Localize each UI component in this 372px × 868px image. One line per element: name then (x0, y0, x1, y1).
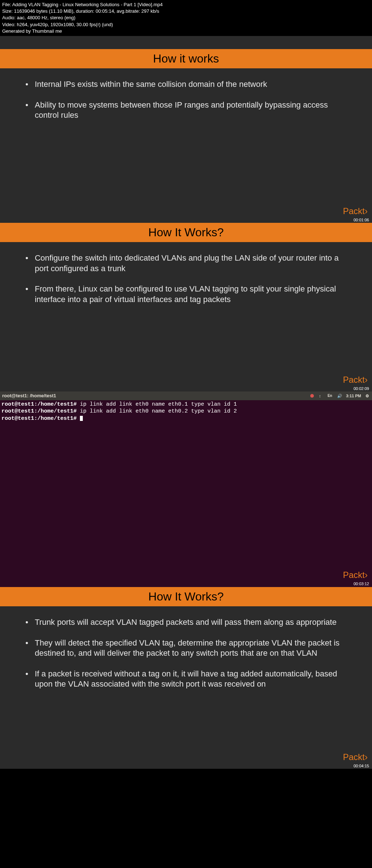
bullet-text: Ability to move systems between those IP… (35, 100, 347, 121)
thumbnail-timestamp: 00:01:06 (353, 218, 369, 222)
bullet-item: • Trunk ports will accept VLAN tagged pa… (25, 617, 347, 628)
packt-logo: Packt› (343, 569, 368, 580)
thumbnail-timestamp: 00:03:12 (353, 581, 369, 586)
bullet-icon: • (25, 638, 28, 659)
bullet-item: • They will detect the specified VLAN ta… (25, 638, 347, 659)
bullet-icon: • (25, 284, 28, 305)
bullet-icon: • (25, 79, 28, 90)
thumbnail-slide-2: How It Works? • Configure the switch int… (0, 223, 372, 391)
thumbnail-slide-3: root@test1: /home/test1 ↕ En 🔊 3:11 PM ⚙… (0, 391, 372, 587)
bullet-text: From there, Linux can be configured to u… (35, 284, 347, 305)
slide-title: How It Works? (0, 587, 372, 606)
bullet-item: • Ability to move systems between those … (25, 100, 347, 121)
bullet-text: Configure the switch into dedicated VLAN… (35, 253, 347, 274)
slide-title: How it works (0, 49, 372, 68)
bullet-icon: • (25, 617, 28, 628)
clock: 3:11 PM (346, 394, 361, 398)
terminal-prompt: root@test1:/home/test1# (1, 415, 77, 422)
bullet-icon: • (25, 253, 28, 274)
bullet-text: Trunk ports will accept VLAN tagged pack… (35, 617, 337, 628)
system-tray: ↕ En 🔊 3:11 PM ⚙ (310, 393, 370, 398)
terminal-line: root@test1:/home/test1# (1, 415, 371, 422)
sound-icon: 🔊 (337, 393, 342, 398)
network-icon: ↕ (318, 393, 323, 398)
meta-audio: Audio: aac, 48000 Hz, stereo (eng) (2, 15, 370, 21)
terminal-command: ip link add link eth0 name eth0.1 type v… (77, 401, 237, 407)
bullet-text: Internal IPs exists within the same coll… (35, 79, 267, 90)
cursor-icon (80, 416, 83, 421)
terminal-line: root@test1:/home/test1# ip link add link… (1, 401, 371, 408)
packt-logo: Packt› (343, 752, 368, 762)
terminal-command (77, 415, 80, 422)
slide-content: • Trunk ports will accept VLAN tagged pa… (0, 606, 372, 690)
terminal-line: root@test1:/home/test1# ip link add link… (1, 408, 371, 415)
packt-logo: Packt› (343, 375, 368, 385)
meta-size: Size: 11639046 bytes (11.10 MiB), durati… (2, 8, 370, 15)
bullet-text: If a packet is received without a tag on… (35, 669, 347, 690)
slide-content: • Internal IPs exists within the same co… (0, 68, 372, 121)
terminal-titlebar: root@test1: /home/test1 ↕ En 🔊 3:11 PM ⚙ (0, 391, 372, 400)
meta-file: File: Adding VLAN Tagging - Linux Networ… (2, 1, 370, 8)
terminal-prompt: root@test1:/home/test1# (1, 408, 77, 414)
bullet-item: • From there, Linux can be configured to… (25, 284, 347, 305)
packt-logo: Packt› (343, 206, 368, 216)
bullet-icon: • (25, 669, 28, 690)
bullet-item: • If a packet is received without a tag … (25, 669, 347, 690)
terminal-body[interactable]: root@test1:/home/test1# ip link add link… (0, 400, 372, 587)
language-indicator: En (326, 393, 334, 398)
gear-icon: ⚙ (365, 393, 370, 398)
slide-title: How It Works? (0, 223, 372, 242)
thumbnail-timestamp: 00:02:09 (353, 386, 369, 391)
meta-generator: Generated by Thumbnail me (2, 28, 370, 35)
bullet-item: • Internal IPs exists within the same co… (25, 79, 347, 90)
thumbnail-slide-1: How it works • Internal IPs exists withi… (0, 36, 372, 223)
slide-content: • Configure the switch into dedicated VL… (0, 242, 372, 305)
thumbnail-timestamp: 00:04:15 (353, 764, 369, 768)
record-icon (310, 394, 314, 398)
bullet-icon: • (25, 100, 28, 121)
terminal-command: ip link add link eth0 name eth0.2 type v… (77, 408, 237, 414)
bullet-text: They will detect the specified VLAN tag,… (35, 638, 347, 659)
bullet-item: • Configure the switch into dedicated VL… (25, 253, 347, 274)
meta-video: Video: h264, yuv420p, 1920x1080, 30.00 f… (2, 21, 370, 28)
terminal-title-text: root@test1: /home/test1 (2, 393, 56, 398)
terminal-prompt: root@test1:/home/test1# (1, 401, 77, 407)
thumbnail-slide-4: How It Works? • Trunk ports will accept … (0, 587, 372, 769)
file-metadata: File: Adding VLAN Tagging - Linux Networ… (0, 0, 372, 36)
